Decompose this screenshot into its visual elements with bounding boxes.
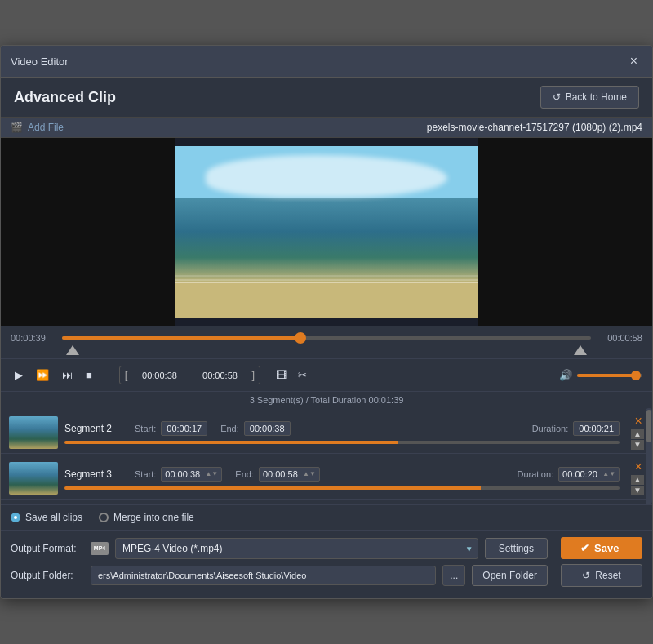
segment-end-label-1: End: — [235, 469, 254, 479]
segments-header: 3 Segment(s) / Total Duration 00:01:39 — [1, 391, 652, 408]
table-row: Segment 2 Start: 00:00:17 End: 00:00:38 … — [1, 408, 652, 454]
segment-top-1: Segment 3 Start: 00:00:38 ▲▼ End: 00:00: — [64, 467, 620, 482]
scrollbar-track[interactable] — [646, 408, 652, 504]
seek-thumb[interactable] — [295, 332, 306, 344]
segment-duration-val-0: 00:00:21 — [573, 421, 620, 436]
segment-top-0: Segment 2 Start: 00:00:17 End: 00:00:38 … — [64, 421, 620, 436]
timeline-end-label: 00:00:58 — [597, 333, 642, 343]
title-bar: Video Editor × — [1, 46, 652, 78]
segment-end-group-1: End: 00:00:58 ▲▼ — [235, 467, 320, 482]
table-row: Segment 3 Start: 00:00:38 ▲▼ End: 00:00: — [1, 454, 652, 500]
segment-progress-bar-1 — [64, 486, 620, 490]
fast-forward-button[interactable]: ⏩ — [32, 366, 53, 384]
file-name-label: pexels-movie-channet-17517297 (1080p) (2… — [427, 122, 642, 133]
header-bar: Advanced Clip ↺ Back to Home — [1, 78, 652, 118]
seek-progress — [62, 336, 300, 340]
segment-up-arrow-1[interactable]: ▲ — [631, 475, 644, 485]
segment-name-1: Segment 3 — [64, 469, 122, 480]
settings-button[interactable]: Settings — [485, 538, 548, 559]
segment-duration-label-0: Duration: — [532, 424, 569, 433]
controls-bar: ▶ ⏩ ⏭ ■ [ ] 🎞 ✂ 🔊 — [1, 358, 652, 391]
volume-icon: 🔊 — [559, 369, 572, 381]
scrollbar-thumb[interactable] — [646, 410, 651, 442]
clip-options-bar: Save all clips Merge into one file — [1, 504, 652, 530]
output-folder-label: Output Folder: — [11, 570, 84, 581]
segment-start-label-1: Start: — [135, 469, 156, 479]
reset-icon: ↺ — [582, 570, 590, 581]
segment-down-arrow-0[interactable]: ▼ — [631, 440, 644, 450]
segment-info-0: Segment 2 Start: 00:00:17 End: 00:00:38 … — [64, 421, 620, 444]
seek-bar[interactable] — [62, 332, 591, 344]
segment-end-group-0: End: 00:00:38 — [220, 421, 290, 436]
format-icon: MP4 — [91, 542, 109, 555]
merge-into-one-radio[interactable] — [99, 513, 109, 522]
filmstrip-icon-button[interactable]: 🎞 — [272, 366, 291, 384]
video-right-black — [478, 138, 652, 326]
stop-button[interactable]: ■ — [82, 366, 96, 384]
video-editor-window: Video Editor × Advanced Clip ↺ Back to H… — [0, 45, 653, 599]
close-button[interactable]: × — [625, 52, 642, 70]
segment-close-button-1[interactable]: × — [634, 460, 642, 473]
trim-handle-left[interactable] — [66, 345, 79, 355]
merge-into-one-option[interactable]: Merge into one file — [99, 512, 194, 523]
volume-thumb[interactable] — [631, 371, 641, 380]
segment-progress-bar-0 — [64, 441, 620, 444]
segment-end-label-0: End: — [220, 424, 239, 433]
video-left-black — [1, 138, 175, 326]
merge-into-one-label: Merge into one file — [113, 512, 194, 523]
segment-duration-label-1: Duration: — [517, 469, 553, 479]
volume-slider[interactable] — [577, 374, 642, 377]
back-to-home-button[interactable]: ↺ Back to Home — [540, 86, 639, 109]
timeline-bar: 00:00:39 00:00:58 — [1, 326, 652, 358]
segment-start-val-0: 00:00:17 — [161, 421, 207, 436]
segments-wrapper: Segment 2 Start: 00:00:17 End: 00:00:38 … — [1, 408, 652, 504]
scissors-icon-button[interactable]: ✂ — [294, 366, 311, 384]
segment-end-input-1[interactable]: 00:00:58 ▲▼ — [259, 467, 320, 482]
format-select[interactable]: MPEG-4 Video (*.mp4) — [115, 538, 478, 559]
save-all-clips-label: Save all clips — [25, 512, 82, 523]
segment-start-label-0: Start: — [135, 424, 156, 433]
segment-duration-group-0: Duration: 00:00:21 — [532, 421, 620, 436]
save-all-clips-radio[interactable] — [11, 513, 20, 522]
segment-duration-group-1: Duration: 00:00:20 ▲▼ — [517, 467, 620, 482]
folder-path-input[interactable] — [91, 566, 436, 585]
segment-start-group-0: Start: 00:00:17 — [135, 421, 207, 436]
volume-fill — [577, 374, 636, 377]
video-preview — [1, 138, 652, 326]
clip-end-input[interactable] — [191, 371, 248, 380]
fast-forward-icon: ⏩ — [36, 369, 49, 381]
segment-thumbnail-0 — [9, 416, 58, 449]
add-file-button[interactable]: 🎬 Add File — [11, 122, 64, 133]
segment-end-val-0: 00:00:38 — [244, 421, 291, 436]
save-button[interactable]: ✔ Save — [561, 537, 642, 559]
segment-duration-input-1[interactable]: 00:00:20 ▲▼ — [558, 467, 620, 482]
clip-start-input[interactable] — [131, 371, 188, 380]
format-select-wrapper: MPEG-4 Video (*.mp4) ▼ — [115, 538, 478, 559]
spinner-icon: ▲▼ — [602, 470, 615, 477]
segment-down-arrow-1[interactable]: ▼ — [631, 486, 644, 495]
trim-handle-right[interactable] — [574, 345, 587, 355]
reset-button[interactable]: ↺ Reset — [561, 564, 642, 587]
step-button[interactable]: ⏭ — [58, 366, 77, 384]
spinner-icon: ▲▼ — [303, 470, 316, 477]
spinner-icon: ▲▼ — [205, 470, 218, 477]
segment-start-input-1[interactable]: 00:00:38 ▲▼ — [161, 467, 222, 482]
segment-up-arrow-0[interactable]: ▲ — [631, 429, 644, 439]
seek-track — [62, 336, 591, 340]
checkmark-icon: ✔ — [580, 542, 589, 554]
segment-thumbnail-1 — [9, 462, 58, 495]
timeline-row: 00:00:39 00:00:58 — [11, 332, 642, 344]
action-buttons: ✔ Save — [561, 537, 642, 559]
segment-close-button-0[interactable]: × — [634, 415, 642, 428]
save-all-clips-option[interactable]: Save all clips — [11, 512, 82, 523]
segment-info-1: Segment 3 Start: 00:00:38 ▲▼ End: 00:00: — [64, 467, 620, 490]
clip-controls: [ ] — [119, 366, 260, 384]
output-format-label: Output Format: — [11, 543, 84, 554]
page-title: Advanced Clip — [14, 89, 116, 106]
play-button[interactable]: ▶ — [11, 366, 27, 384]
browse-folder-button[interactable]: ... — [442, 565, 465, 586]
video-frame — [175, 146, 478, 318]
open-folder-button[interactable]: Open Folder — [472, 565, 548, 586]
segments-list: Segment 2 Start: 00:00:17 End: 00:00:38 … — [1, 408, 652, 504]
toolbar-bar: 🎬 Add File pexels-movie-channet-17517297… — [1, 118, 652, 138]
